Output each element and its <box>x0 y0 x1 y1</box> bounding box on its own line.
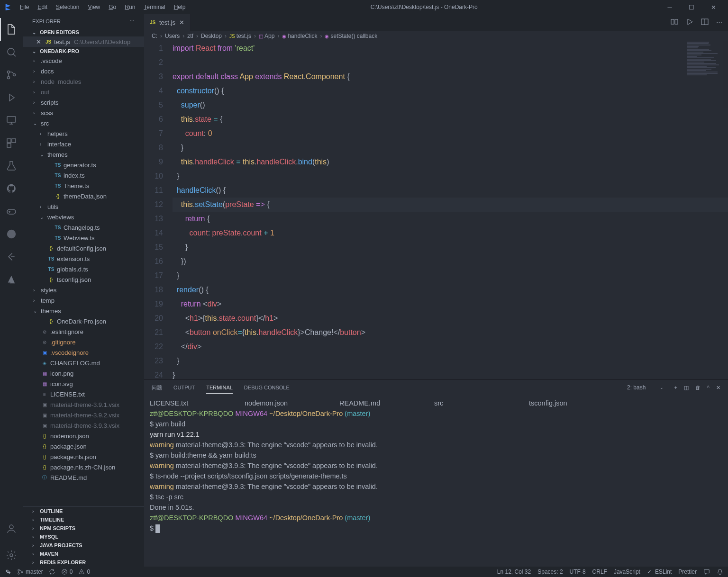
project-section[interactable]: ⌄ONEDARK-PRO <box>23 47 144 55</box>
cursor-position[interactable]: Ln 12, Col 32 <box>497 568 531 575</box>
eol-indicator[interactable]: CRLF <box>592 568 607 575</box>
menu-edit[interactable]: Edit <box>34 2 51 12</box>
explorer-icon[interactable] <box>0 18 23 41</box>
file-item[interactable]: TSTheme.ts <box>23 180 144 191</box>
minimize-button[interactable]: ─ <box>659 0 681 14</box>
folder-item[interactable]: ›scripts <box>23 97 144 108</box>
warnings-indicator[interactable]: 0 <box>78 568 90 575</box>
folder-item[interactable]: ⌄webviews <box>23 212 144 222</box>
redis-section[interactable]: ›REDIS EXPLORER <box>23 558 144 567</box>
breadcrumb-item[interactable]: JStest.js <box>229 33 251 39</box>
settings-gear-icon[interactable] <box>0 544 23 567</box>
file-item[interactable]: {}nodemon.json <box>23 431 144 441</box>
file-item[interactable]: TSglobals.d.ts <box>23 264 144 274</box>
source-control-icon[interactable] <box>0 63 23 86</box>
remote-icon[interactable] <box>5 568 11 575</box>
close-panel-icon[interactable]: ✕ <box>716 385 720 391</box>
open-editors-section[interactable]: ⌄OPEN EDITORS <box>23 28 144 36</box>
errors-indicator[interactable]: 0 <box>61 568 73 575</box>
npm-section[interactable]: ›NPM SCRIPTS <box>23 524 144 532</box>
file-item[interactable]: ⓘREADME.md <box>23 472 144 483</box>
file-item[interactable]: ▣material-theme-3.9.1.vsix <box>23 399 144 410</box>
breadcrumb-item[interactable]: ◫App <box>259 33 274 39</box>
file-item[interactable]: ▣.vscodeignore <box>23 347 144 358</box>
editor-tab[interactable]: JS test.js ✕ <box>144 14 191 31</box>
file-item[interactable]: ▦icon.png <box>23 368 144 379</box>
breadcrumb-item[interactable]: ztf <box>187 33 193 39</box>
eslint-indicator[interactable]: ✓ESLint <box>647 568 672 575</box>
folder-item[interactable]: ›helpers <box>23 128 144 139</box>
azure-icon[interactable] <box>0 268 23 291</box>
bell-icon[interactable] <box>717 568 723 575</box>
folder-item[interactable]: ⌄themes <box>23 306 144 316</box>
panel-tab-debug console[interactable]: DEBUG CONSOLE <box>244 382 290 393</box>
folder-item[interactable]: ›docs <box>23 66 144 76</box>
file-item[interactable]: ▦icon.svg <box>23 379 144 389</box>
sidebar-more-icon[interactable]: ⋯ <box>129 18 135 24</box>
panel-tab-问题[interactable]: 问题 <box>152 381 162 394</box>
maximize-button[interactable]: ☐ <box>681 0 702 14</box>
file-item[interactable]: {}package.nls.json <box>23 451 144 462</box>
open-editor-item[interactable]: ✕ JS test.js C:\Users\ztf\Desktop <box>23 36 144 47</box>
file-item[interactable]: ≡LICENSE.txt <box>23 389 144 399</box>
java-section[interactable]: ›JAVA PROJECTS <box>23 541 144 550</box>
split-terminal-icon[interactable]: ◫ <box>684 385 689 391</box>
menu-run[interactable]: Run <box>121 2 139 12</box>
file-item[interactable]: {}package.nls.zh-CN.json <box>23 462 144 472</box>
run-icon[interactable] <box>686 18 693 27</box>
mysql-section[interactable]: ›MYSQL <box>23 532 144 541</box>
file-item[interactable]: ⊘.gitignore <box>23 337 144 347</box>
leetcode-icon[interactable] <box>0 245 23 268</box>
breadcrumb-item[interactable]: Desktop <box>201 33 222 39</box>
folder-item[interactable]: ›scss <box>23 108 144 118</box>
outline-section[interactable]: ›OUTLINE <box>23 507 144 515</box>
menu-go[interactable]: Go <box>105 2 120 12</box>
folder-item[interactable]: ›.vscode <box>23 55 144 66</box>
controller-icon[interactable] <box>0 200 23 223</box>
file-item[interactable]: ▣material-theme-3.9.2.vsix <box>23 410 144 420</box>
tab-close-icon[interactable]: ✕ <box>178 19 186 27</box>
breadcrumb-item[interactable]: ◉setState() callback <box>325 33 377 39</box>
maven-section[interactable]: ›MAVEN <box>23 550 144 558</box>
breadcrumb-item[interactable]: C: <box>152 33 157 39</box>
file-item[interactable]: ◈CHANGELOG.md <box>23 358 144 368</box>
code-editor[interactable]: 123456789101112131415161718192021222324 … <box>144 41 728 379</box>
feedback-icon[interactable] <box>703 568 710 575</box>
breadcrumb[interactable]: C:›Users›ztf›Desktop›JStest.js›◫App›◉han… <box>144 31 728 41</box>
folder-item[interactable]: ›out <box>23 87 144 97</box>
file-item[interactable]: {}tsconfig.json <box>23 274 144 285</box>
folder-item[interactable]: ›node_modules <box>23 76 144 87</box>
file-item[interactable]: {}package.json <box>23 441 144 451</box>
folder-item[interactable]: ›utils <box>23 201 144 212</box>
kill-terminal-icon[interactable]: 🗑 <box>695 385 701 390</box>
menu-terminal[interactable]: Terminal <box>140 2 169 12</box>
file-item[interactable]: TSindex.ts <box>23 170 144 180</box>
prettier-indicator[interactable]: Prettier <box>678 568 697 575</box>
menu-selection[interactable]: Selection <box>52 2 83 12</box>
sync-icon[interactable] <box>49 568 55 575</box>
branch-indicator[interactable]: master <box>17 568 43 575</box>
menu-file[interactable]: File <box>16 2 33 12</box>
file-item[interactable]: {}themeData.json <box>23 191 144 201</box>
language-indicator[interactable]: JavaScript <box>614 568 640 575</box>
breadcrumb-item[interactable]: Users <box>165 33 180 39</box>
maximize-panel-icon[interactable]: ^ <box>707 385 710 390</box>
split-icon[interactable] <box>701 18 709 27</box>
encoding-indicator[interactable]: UTF-8 <box>570 568 586 575</box>
file-item[interactable]: TSextension.ts <box>23 253 144 264</box>
timeline-section[interactable]: ›TIMELINE <box>23 515 144 524</box>
breadcrumb-item[interactable]: ◉handleClick <box>282 33 317 39</box>
menu-help[interactable]: Help <box>170 2 190 12</box>
panel-tab-output[interactable]: OUTPUT <box>173 382 195 393</box>
terminal[interactable]: LICENSE.txtnodemon.jsonREADME.mdsrctscon… <box>144 395 728 567</box>
more-icon[interactable]: ⋯ <box>716 19 722 26</box>
file-item[interactable]: {}defaultConfig.json <box>23 243 144 253</box>
folder-item[interactable]: ⌄src <box>23 118 144 128</box>
terminal-selector[interactable]: 2: bash ⌄ <box>623 383 667 392</box>
indent-indicator[interactable]: Spaces: 2 <box>537 568 563 575</box>
remote-explorer-icon[interactable] <box>0 109 23 132</box>
file-item[interactable]: ▣material-theme-3.9.3.vsix <box>23 420 144 431</box>
menu-view[interactable]: View <box>84 2 104 12</box>
extensions-icon[interactable] <box>0 132 23 154</box>
account-icon[interactable] <box>0 517 23 540</box>
